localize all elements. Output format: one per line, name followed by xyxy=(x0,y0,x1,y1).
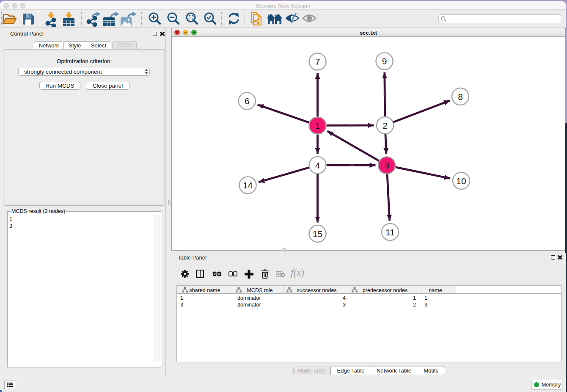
svg-text:15: 15 xyxy=(313,229,322,239)
svg-text:1: 1 xyxy=(315,121,320,130)
svg-text:3: 3 xyxy=(384,160,389,170)
svg-text:6: 6 xyxy=(245,96,250,106)
svg-text:9: 9 xyxy=(382,56,387,66)
svg-text:8: 8 xyxy=(458,92,463,102)
svg-text:11: 11 xyxy=(385,227,395,237)
svg-text:10: 10 xyxy=(456,176,466,186)
svg-text:7: 7 xyxy=(315,57,320,66)
svg-text:14: 14 xyxy=(243,180,253,190)
svg-text:2: 2 xyxy=(383,121,388,130)
svg-text:4: 4 xyxy=(315,160,320,170)
